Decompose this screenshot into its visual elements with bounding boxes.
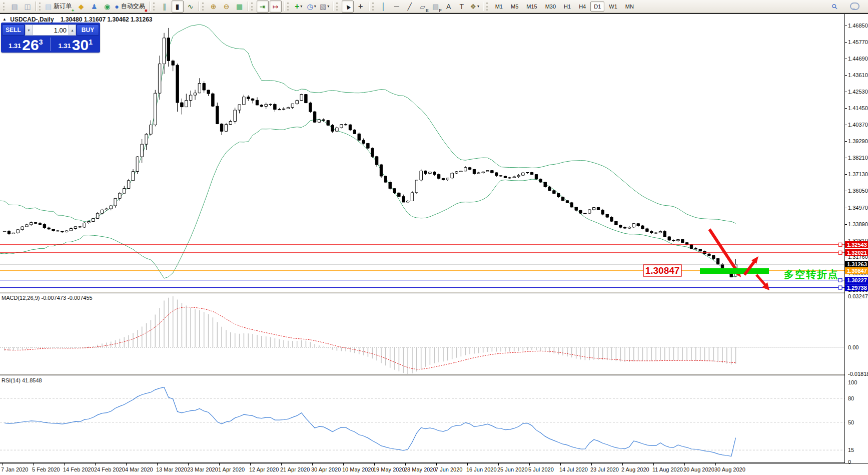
chart-shift-icon[interactable]: ↦ — [270, 1, 282, 13]
time-tick-label: 25 Jun 2020 — [497, 466, 528, 472]
text-label-icon[interactable]: T — [456, 1, 468, 13]
chart-collapse-icon[interactable]: ▲ — [3, 17, 7, 22]
price-tick-label: 1.33890 — [848, 221, 868, 227]
horizontal-line-icon[interactable]: ─ — [391, 1, 403, 13]
candlestick-chart-icon: ▮ — [176, 2, 180, 12]
indicators-icon[interactable]: +▾ — [293, 1, 305, 13]
time-tick — [157, 463, 158, 465]
dropdown-arrow-icon[interactable]: ▾ — [300, 4, 302, 9]
time-tick — [653, 463, 654, 465]
timeframe-d1[interactable]: D1 — [590, 2, 604, 12]
arrows-icon[interactable]: ❖▾ — [469, 1, 481, 13]
fibonacci-icon[interactable]: ▤F — [430, 1, 442, 13]
sell-button[interactable]: SELL — [2, 25, 25, 36]
bear-candles — [8, 38, 732, 277]
line-chart-icon[interactable]: ∿ — [185, 1, 197, 13]
zoom-out-icon: ⊖ — [224, 2, 230, 12]
line-handle[interactable] — [838, 251, 842, 254]
price-tick-label: 1.45770 — [848, 39, 868, 45]
chart-shift-icon: ↦ — [273, 2, 279, 12]
price-tick — [845, 174, 847, 175]
autotrading-icon[interactable]: ●■自动交易 — [114, 1, 147, 13]
symbol-period-label: USDCAD-,Daily — [10, 16, 54, 23]
time-tick — [591, 463, 592, 465]
auto-scroll-icon[interactable]: ⇥ — [257, 1, 269, 13]
price-tick — [845, 224, 847, 225]
price-axis[interactable]: 1.468501.457701.446901.436101.425301.414… — [844, 14, 868, 463]
price-tick — [845, 42, 847, 43]
time-tick — [33, 463, 34, 465]
search-icon[interactable]: ⚲ — [828, 1, 840, 13]
text-label-icon: T — [459, 2, 464, 12]
timeframe-h1[interactable]: H1 — [560, 2, 574, 12]
metaeditor-icon[interactable]: ◆ — [75, 1, 87, 13]
data-window-icon: ◫ — [24, 2, 31, 12]
search-icon: ⚲ — [829, 1, 839, 12]
zoom-in-icon[interactable]: ⊕ — [208, 1, 220, 13]
line-handle[interactable] — [838, 278, 842, 282]
rsi-panel-canvas[interactable] — [0, 375, 844, 463]
timeframe-mn[interactable]: MN — [622, 2, 637, 12]
timeframe-m15[interactable]: M15 — [523, 2, 540, 12]
zoom-out-icon[interactable]: ⊖ — [221, 1, 233, 13]
new-order-icon[interactable]: ▤+新订单 — [45, 1, 74, 13]
timeframe-m5[interactable]: M5 — [507, 2, 522, 12]
time-tick — [64, 463, 65, 465]
line-handle[interactable] — [838, 243, 842, 246]
cursor-icon: ▲ — [342, 0, 353, 12]
volume-decrease-button[interactable]: ▾ — [25, 25, 33, 36]
candlestick-chart-icon[interactable]: ▮ — [172, 1, 184, 13]
bar-chart-icon[interactable]: ∥ — [159, 1, 171, 13]
charts-list-icon[interactable]: ▤ — [9, 1, 21, 13]
dropdown-arrow-icon[interactable]: ▾ — [477, 4, 479, 9]
crosshair-icon[interactable]: + — [355, 1, 367, 13]
line-chart-icon: ∿ — [188, 2, 194, 12]
time-tick — [405, 463, 406, 465]
macd-signal-line — [5, 307, 735, 369]
equidistant-channel-icon[interactable]: ▱E — [417, 1, 429, 13]
timeframe-h4[interactable]: H4 — [575, 2, 589, 12]
green-highlight-bar[interactable] — [700, 268, 769, 274]
main-chart-canvas[interactable]: 1.30847多空转折点 — [0, 14, 844, 292]
chart-window[interactable]: 1.30847多空转折点 7 Jan 20205 Feb 202014 Feb … — [0, 13, 868, 475]
price-line-label: 1.30227 — [845, 277, 868, 284]
macd-tick-label: 0.00 — [848, 344, 858, 350]
metaeditor-icon: ◆ — [79, 2, 84, 12]
cursor-icon[interactable]: ▲ — [342, 1, 354, 13]
data-window-icon[interactable]: ◫ — [22, 1, 34, 13]
dropdown-arrow-icon[interactable]: ▾ — [327, 4, 329, 9]
signals-icon[interactable]: ◉ — [101, 1, 113, 13]
price-tick-label: 1.36050 — [848, 188, 868, 194]
periods-icon[interactable]: ◷▾ — [306, 1, 318, 13]
time-axis[interactable]: 7 Jan 20205 Feb 202014 Feb 202024 Feb 20… — [0, 463, 868, 475]
new-order-icon-label: 新订单 — [54, 2, 72, 11]
rsi-tick-label: 80 — [848, 395, 854, 401]
chat-icon[interactable] — [848, 1, 860, 13]
timeframe-m1[interactable]: M1 — [492, 2, 506, 12]
fibonacci-icon: ▤ — [432, 2, 439, 12]
tile-windows-icon[interactable]: ▦ — [234, 1, 246, 13]
dropdown-arrow-icon[interactable]: ▾ — [314, 4, 316, 9]
turning-point-annotation-text[interactable]: 多空转折点 — [784, 269, 839, 280]
text-icon[interactable]: A — [443, 1, 455, 13]
time-tick — [498, 463, 499, 465]
bar-chart-icon: ∥ — [163, 2, 166, 12]
time-tick — [95, 463, 96, 465]
macd-panel-canvas[interactable] — [0, 293, 844, 374]
buy-button[interactable]: BUY — [77, 25, 99, 36]
templates-icon[interactable]: ▧▾ — [319, 1, 331, 13]
vertical-line-icon[interactable]: │ — [378, 1, 390, 13]
time-tick-label: 16 Jun 2020 — [466, 466, 497, 472]
timeframe-w1[interactable]: W1 — [605, 2, 621, 12]
ohlc-values: 1.30480 1.31607 1.30462 1.31263 — [61, 16, 153, 23]
trendline-icon[interactable]: ╱ — [404, 1, 416, 13]
line-handle[interactable] — [838, 286, 842, 289]
horizontal-line-icon: ─ — [394, 2, 399, 12]
toolbar-right-icons: ⚲ — [828, 1, 866, 13]
experts-icon[interactable]: ♟ — [88, 1, 100, 13]
volume-increase-button[interactable]: ▴ — [69, 25, 76, 36]
vertical-line-icon: │ — [381, 2, 386, 12]
timeframe-m30[interactable]: M30 — [542, 2, 559, 12]
time-tick — [126, 463, 127, 465]
volume-input[interactable] — [33, 25, 69, 36]
